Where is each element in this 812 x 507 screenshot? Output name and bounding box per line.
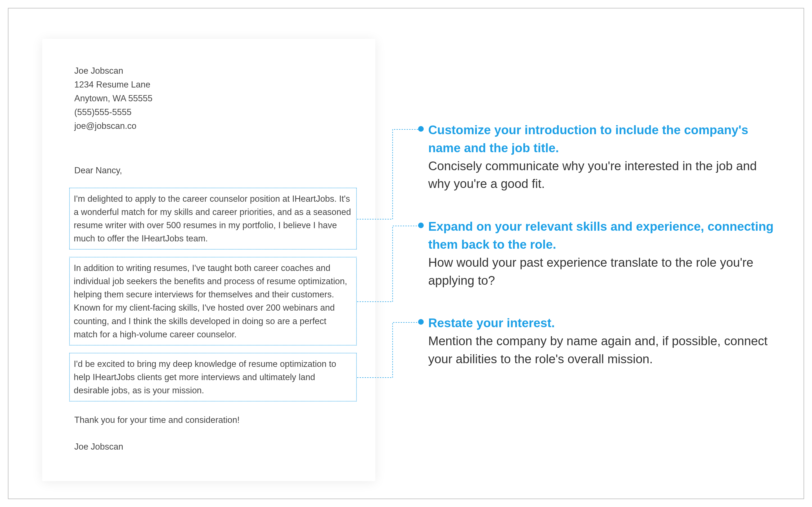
tip-experience: Expand on your relevant skills and exper… [428,218,774,289]
cover-letter-document: Joe Jobscan 1234 Resume Lane Anytown, WA… [42,39,375,481]
letter-header: Joe Jobscan 1234 Resume Lane Anytown, WA… [74,64,353,133]
tip-body: Concisely communicate why you're interes… [428,157,774,193]
frame: Joe Jobscan 1234 Resume Lane Anytown, WA… [8,8,804,499]
paragraph-experience-box: In addition to writing resumes, I've tau… [69,257,357,345]
tip-title: Expand on your relevant skills and exper… [428,218,774,253]
paragraph-interest: I'd be excited to bring my deep knowledg… [74,357,352,397]
tips-column: Customize your introduction to include t… [428,121,774,393]
bullet-icon [418,126,424,132]
salutation: Dear Nancy, [74,164,353,177]
tip-body: Mention the company by name again and, i… [428,332,774,368]
paragraph-interest-box: I'd be excited to bring my deep knowledg… [69,353,357,401]
tip-title: Customize your introduction to include t… [428,121,774,157]
sender-address-1: 1234 Resume Lane [74,78,353,91]
bullet-icon [418,319,424,325]
tip-body: How would your past experience translate… [428,253,774,289]
bullet-icon [418,223,424,228]
tip-title: Restate your interest. [428,314,774,332]
sender-name: Joe Jobscan [74,64,353,77]
sender-address-2: Anytown, WA 55555 [74,92,353,105]
sender-phone: (555)555-5555 [74,106,353,119]
tip-interest: Restate your interest. Mention the compa… [428,314,774,368]
tip-intro: Customize your introduction to include t… [428,121,774,193]
paragraph-experience: In addition to writing resumes, I've tau… [74,261,352,341]
paragraph-intro-box: I'm delighted to apply to the career cou… [69,188,357,249]
sender-email: joe@jobscan.co [74,119,353,132]
signature: Joe Jobscan [74,440,353,453]
thanks-line: Thank you for your time and consideratio… [74,413,353,427]
paragraph-intro: I'm delighted to apply to the career cou… [74,192,352,245]
